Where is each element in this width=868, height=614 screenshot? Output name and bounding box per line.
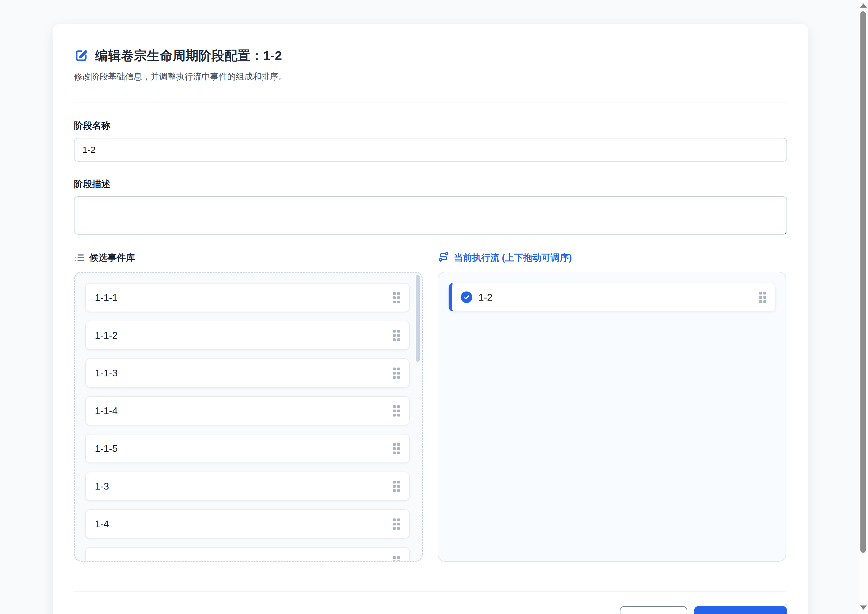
scrollbar-thumb[interactable] <box>860 11 866 553</box>
grip-icon[interactable] <box>759 292 766 303</box>
page-title: 编辑卷宗生命周期阶段配置：1-2 <box>95 47 282 64</box>
grip-icon[interactable] <box>393 330 400 341</box>
save-button[interactable]: 保存 <box>694 606 787 614</box>
candidate-list[interactable]: 1-1-1 1-1-2 <box>74 272 423 562</box>
list-item-label: 1-4 <box>95 518 109 530</box>
list-item[interactable]: 1-4 <box>85 509 410 539</box>
list-item-label: 1-1-2 <box>95 330 118 341</box>
flow-header-label: 当前执行流 (上下拖动可调序) <box>454 252 572 264</box>
list-item-label: 1-1-4 <box>95 405 118 417</box>
route-icon <box>438 252 449 263</box>
footer-divider <box>74 591 787 592</box>
back-button[interactable]: 返回概览 <box>620 606 687 614</box>
list-item[interactable]: 1-1-1 <box>85 283 410 312</box>
grip-icon[interactable] <box>393 518 400 530</box>
flow-column: 当前执行流 (上下拖动可调序) 1-2 <box>438 252 786 562</box>
list-item[interactable]: 1-1-3 <box>85 358 410 388</box>
list-item[interactable]: 1-1-5 <box>85 434 410 463</box>
edit-stage-dialog: 编辑卷宗生命周期阶段配置：1-2 修改阶段基础信息，并调整执行流中事件的组成和排… <box>53 24 808 614</box>
footer-actions: 返回概览 保存 <box>74 606 787 614</box>
header-divider <box>74 103 787 103</box>
arrow-up-icon[interactable] <box>860 3 867 8</box>
grip-icon[interactable] <box>393 443 400 454</box>
flow-item[interactable]: 1-2 <box>449 283 776 312</box>
grip-icon[interactable] <box>393 556 400 562</box>
stage-name-input[interactable] <box>74 138 787 162</box>
flow-header: 当前执行流 (上下拖动可调序) <box>438 252 786 264</box>
stage-desc-textarea[interactable] <box>74 196 787 235</box>
candidates-header-label: 候选事件库 <box>90 252 135 264</box>
list-icon <box>74 252 85 263</box>
dialog-header: 编辑卷宗生命周期阶段配置：1-2 <box>74 47 787 64</box>
page-scrollbar[interactable] <box>859 0 868 614</box>
arrow-down-icon[interactable] <box>860 605 867 610</box>
list-item-label: 1-1-1 <box>95 292 118 303</box>
stage-desc-label: 阶段描述 <box>74 179 787 189</box>
list-item-label: 1-1-3 <box>95 368 118 379</box>
grip-icon[interactable] <box>393 292 400 303</box>
list-item[interactable]: 1-3 <box>85 472 410 501</box>
list-item[interactable]: 1-1-4 <box>85 396 410 425</box>
flow-list[interactable]: 1-2 <box>438 272 786 562</box>
page-subtitle: 修改阶段基础信息，并调整执行流中事件的组成和排序。 <box>74 72 787 81</box>
list-item-partial[interactable] <box>85 547 410 562</box>
dual-list-section: 候选事件库 1-1-1 1-1-2 <box>74 252 787 562</box>
check-circle-icon <box>461 291 472 303</box>
grip-icon[interactable] <box>393 405 400 417</box>
edit-icon <box>74 48 88 63</box>
candidates-header: 候选事件库 <box>74 252 423 264</box>
grip-icon[interactable] <box>393 481 400 492</box>
stage-name-label: 阶段名称 <box>74 121 787 131</box>
list-item-label: 1-3 <box>95 481 109 492</box>
panel-scrollbar-thumb[interactable] <box>416 275 420 362</box>
candidates-column: 候选事件库 1-1-1 1-1-2 <box>74 252 423 562</box>
list-item[interactable]: 1-1-2 <box>85 321 410 350</box>
grip-icon[interactable] <box>393 368 400 379</box>
list-item-label: 1-1-5 <box>95 443 118 454</box>
flow-item-label: 1-2 <box>478 292 492 303</box>
